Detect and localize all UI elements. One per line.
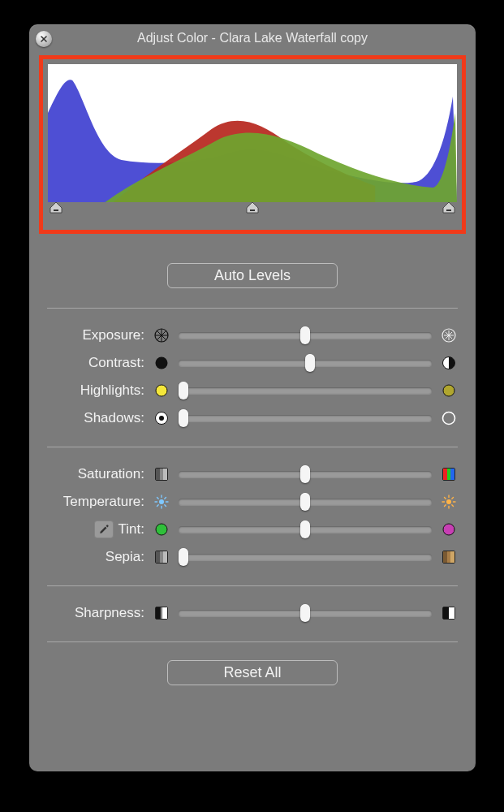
- separator: [47, 641, 458, 642]
- tint-row: Tint:: [47, 516, 458, 543]
- white-point-handle[interactable]: [442, 202, 455, 214]
- dot-yellow-icon: [153, 382, 170, 400]
- adjust-color-panel: Adjust Color - Clara Lake Waterfall copy: [29, 24, 476, 771]
- histogram: [48, 64, 457, 202]
- levels-handles: [48, 201, 457, 215]
- eyedropper-button[interactable]: [94, 520, 114, 538]
- temperature-slider[interactable]: [179, 499, 432, 505]
- exposure-slider[interactable]: [179, 332, 432, 339]
- svg-point-31: [446, 499, 451, 504]
- circle-half-icon: [440, 354, 458, 372]
- exposure-thumb[interactable]: [300, 326, 310, 344]
- svg-line-29: [165, 498, 166, 499]
- ring-filled-icon: [153, 409, 170, 427]
- saturation-thumb[interactable]: [300, 465, 310, 483]
- panel-content: Auto Levels Exposure: Contrast:: [29, 52, 476, 771]
- eyedropper-icon: [98, 524, 110, 535]
- shadows-label: Shadows:: [84, 410, 144, 426]
- svg-line-38: [452, 498, 454, 499]
- svg-rect-4: [446, 209, 451, 211]
- svg-point-21: [443, 412, 455, 425]
- swatch-gray-icon: [153, 465, 170, 483]
- svg-line-37: [452, 505, 454, 507]
- histogram-highlight-frame: [39, 55, 466, 234]
- black-point-handle[interactable]: [50, 202, 62, 214]
- close-icon: [40, 35, 48, 43]
- separator: [47, 585, 458, 586]
- sepia-slider[interactable]: [179, 554, 432, 560]
- titlebar: Adjust Color - Clara Lake Waterfall copy: [29, 24, 476, 52]
- shadows-row: Shadows:: [47, 404, 458, 432]
- highlights-slider[interactable]: [179, 387, 432, 394]
- shadows-slider[interactable]: [179, 415, 432, 421]
- svg-line-30: [157, 505, 159, 507]
- sun-warm-icon: [440, 493, 458, 511]
- tint-slider[interactable]: [179, 526, 432, 533]
- slider-group-sharpness: Sharpness:: [39, 599, 466, 627]
- sharpness-slider[interactable]: [179, 610, 432, 616]
- reset-all-button[interactable]: Reset All: [167, 660, 338, 685]
- svg-line-28: [165, 505, 166, 507]
- svg-point-22: [159, 499, 164, 504]
- saturation-slider[interactable]: [179, 471, 432, 477]
- slider-group-tone: Exposure: Contrast:: [39, 322, 466, 432]
- svg-line-36: [445, 498, 446, 499]
- window-title: Adjust Color - Clara Lake Waterfall copy: [137, 31, 368, 45]
- saturation-row: Saturation:: [47, 460, 458, 488]
- swatch-rainbow-icon: [440, 465, 458, 483]
- close-button[interactable]: [36, 31, 52, 47]
- sepia-label: Sepia:: [106, 549, 144, 565]
- auto-levels-button[interactable]: Auto Levels: [167, 263, 338, 288]
- sharpness-row: Sharpness:: [47, 599, 458, 627]
- svg-point-17: [156, 385, 167, 396]
- separator: [47, 308, 458, 309]
- dot-magenta-icon: [440, 520, 458, 538]
- svg-rect-2: [54, 209, 58, 211]
- separator: [47, 447, 458, 447]
- circle-filled-icon: [153, 354, 170, 372]
- swatch-gray-icon: [153, 548, 170, 566]
- highlights-label: Highlights:: [80, 382, 144, 399]
- svg-line-27: [157, 498, 159, 499]
- contrast-row: Contrast:: [47, 349, 458, 377]
- temperature-label: Temperature:: [63, 494, 144, 510]
- sepia-thumb[interactable]: [179, 548, 188, 566]
- contrast-label: Contrast:: [88, 355, 144, 371]
- svg-point-40: [156, 524, 167, 535]
- slider-group-color: Saturation: Temperature:: [39, 460, 466, 571]
- mid-point-handle[interactable]: [246, 202, 259, 214]
- aperture-open-icon: [440, 326, 458, 344]
- svg-line-39: [445, 505, 446, 507]
- sun-cool-icon: [153, 493, 170, 511]
- histogram-plot: [48, 64, 457, 202]
- contrast-thumb[interactable]: [305, 354, 315, 372]
- svg-rect-3: [250, 209, 255, 211]
- swatch-sharp-icon: [440, 604, 458, 622]
- sepia-row: Sepia:: [47, 543, 458, 571]
- aperture-closed-icon: [153, 326, 170, 344]
- svg-point-18: [443, 385, 454, 396]
- tint-label: Tint:: [118, 521, 144, 538]
- contrast-slider[interactable]: [179, 360, 432, 366]
- dot-green-icon: [153, 520, 170, 538]
- sharpness-label: Sharpness:: [75, 605, 144, 621]
- dot-olive-icon: [440, 382, 458, 400]
- exposure-label: Exposure:: [82, 327, 144, 343]
- highlights-row: Highlights:: [47, 377, 458, 404]
- sharpness-thumb[interactable]: [300, 604, 310, 622]
- ring-open-icon: [440, 409, 458, 427]
- swatch-sepia-icon: [440, 548, 458, 566]
- svg-point-20: [159, 416, 164, 421]
- svg-point-15: [156, 357, 168, 369]
- svg-point-41: [443, 524, 454, 535]
- temperature-thumb[interactable]: [300, 493, 310, 511]
- temperature-row: Temperature:: [47, 488, 458, 516]
- saturation-label: Saturation:: [78, 466, 144, 482]
- highlights-thumb[interactable]: [179, 382, 188, 400]
- swatch-soft-icon: [153, 604, 170, 622]
- shadows-thumb[interactable]: [179, 409, 188, 427]
- tint-thumb[interactable]: [300, 520, 310, 538]
- exposure-row: Exposure:: [47, 322, 458, 349]
